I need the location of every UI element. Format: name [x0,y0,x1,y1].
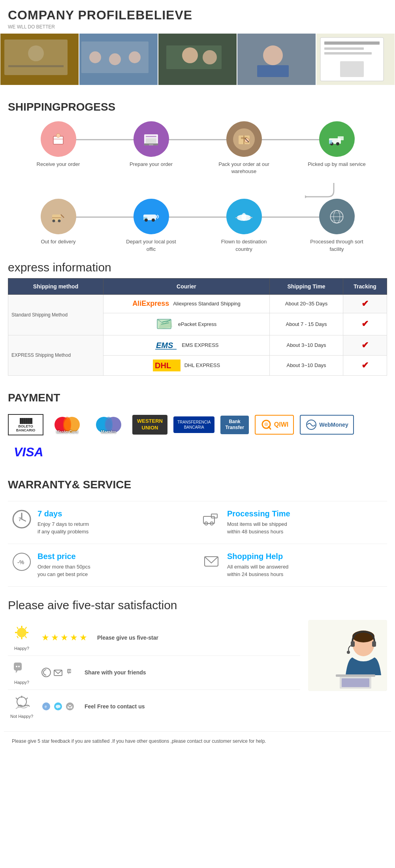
svg-point-3 [28,45,44,61]
svg-rect-59 [250,217,252,218]
svg-rect-29 [146,138,156,143]
svg-line-113 [16,698,17,699]
warranty-7days-text: Enjoy 7 days to returmif any quality pro… [38,520,89,536]
tracking-4: ✔ [343,355,387,375]
svg-line-102 [25,636,26,638]
shipping-process-section: SHIPPINGPROGESS Receive your order [0,93,395,257]
fivestar-content: Happy? ★ ★ ★ ★ ★ Please give us five-sta… [8,620,387,723]
header-courier: Courier [103,278,270,294]
method-express: EXPRESS Shipping Method [8,335,103,375]
svg-text:DHL: DHL [155,361,171,370]
row-connector [24,183,371,199]
warranty-price-highlight: Best price [38,552,90,561]
qiwi-logo: QIWI [255,415,294,435]
step-icon-2 [134,121,169,157]
svg-point-11 [182,47,198,63]
shipping-time-3: About 3~10 Days [269,335,343,355]
svg-point-50 [58,219,61,222]
method-standard: Standard Shipping Method [8,294,103,335]
western-union-logo: WESTERN UNION [132,415,167,435]
warranty-7days-highlight: 7 days [38,509,89,518]
svg-text:7: 7 [19,517,21,522]
table-row: Standard Shipping Method AliExpress Alie… [8,294,387,313]
warranty-help-highlight: Shopping Help [227,552,288,561]
dhl-courier-name: DHL EXPRESS [184,362,220,368]
footer-text: Please give 5 star feedback if you are s… [12,738,383,745]
step-icon-6 [134,199,169,234]
warranty-icon-7days: 7 [12,509,32,533]
courier-epacket: ePacket Express [103,313,270,335]
ems-logo: EMS [154,339,178,351]
epacket-courier-name: ePacket Express [178,321,217,327]
table-row: EXPRESS Shipping Method EMS EMS EXPRESS … [8,335,387,355]
svg-rect-28 [146,136,156,137]
support-image [308,620,387,691]
warranty-content-help: Shopping Help All emails will be answere… [227,552,288,578]
warranty-section: WARRANTY& SERVICE 7 7 days Enjoy 7 days … [0,471,395,595]
process-rows: Receive your order Prepare your order [0,117,395,257]
svg-line-114 [26,698,28,699]
fivestar-row-1: Happy? ★ ★ ★ ★ ★ Please give us five-sta… [8,620,300,656]
step-label-3: Pack your order at our warehouse [214,161,274,175]
warranty-processing-text: Most items will be shippedwithin 48 busi… [227,520,290,536]
svg-rect-15 [257,65,289,77]
svg-point-105 [16,666,17,667]
courier-ems: EMS EMS EXPRESS [103,335,270,355]
step-label-1: Receive your order [37,161,80,168]
step-label-8: Processed through sort facility [307,238,367,252]
svg-line-103 [25,627,26,629]
step-label-6: Depart your local post offic [122,238,181,252]
header-method: Shipping method [8,278,103,294]
svg-marker-44 [305,195,307,198]
aliexpress-courier-name: Aliexpress Standard Shipping [173,301,241,307]
maestro-text: Maestro [101,430,116,434]
svg-text:EMS: EMS [156,341,173,350]
shipping-time-4: About 3~10 Days [269,355,343,375]
svg-rect-20 [324,52,372,55]
mastercard-text: MasterCard [56,430,78,434]
check-icon-3: ✔ [361,340,369,350]
aliexpress-logo: AliExpress [132,299,169,308]
webmoney-logo: WebMoney [300,415,354,435]
warranty-content-price: Best price Order more than 50pcsyou can … [38,552,90,578]
fivestar-section: Please aive five-star satisfaction [0,595,395,731]
transferencia-logo: TRANSFERENCIA BANCARIA [173,416,214,433]
process-step-4: Picked up by mail service [307,121,367,168]
svg-rect-124 [372,641,376,647]
svg-line-104 [17,636,18,638]
ems-courier-name: EMS EXPRESS [182,342,218,348]
contact-icon-3 [65,702,75,711]
tracking-2: ✔ [343,313,387,335]
fivestar-row-3: Not Happy? e [8,690,300,723]
company-subtitle: WE WLL DO BETTER [8,24,387,30]
svg-point-111 [17,697,26,706]
svg-line-87 [22,519,26,521]
courier-dhl-wrapper: DHL DHL EXPRESS [108,360,265,371]
fivestar-title: Please aive five-star satisfaction [8,599,387,612]
svg-point-6 [89,51,101,63]
fivestar-stars: ★ ★ ★ ★ ★ [41,633,87,643]
contact-icon-2 [53,702,63,711]
shipping-time-1: About 20~35 Days [269,294,343,313]
step-icon-1 [41,121,76,157]
svg-point-7 [109,53,121,65]
svg-line-83 [269,427,271,429]
share-icon-2 [53,668,63,677]
boleto-logo: ||||||||||||| BOLETO BANCARIO [8,414,43,435]
svg-point-14 [263,45,283,65]
courier-aliexpress: AliExpress Aliexpress Standard Shipping [103,294,270,313]
share-icons [41,668,75,677]
warranty-icon-help [201,552,221,575]
company-photo-1 [0,34,79,85]
svg-point-96 [17,628,26,637]
svg-rect-128 [342,678,369,687]
bank-transfer-logo: Bank Transfer [220,416,248,434]
company-photo-2 [79,34,158,85]
payment-title: PAYMENT [8,388,387,408]
fivestar-label-3: Feel Free to contact us [85,703,145,710]
shipping-time-2: About 7 - 15 Days [269,313,343,335]
webmoney-text: WebMoney [319,422,348,428]
shipping-table: Shipping method Courier Shipping Time Tr… [8,278,387,376]
fivestar-label-1: Please give us five-star [97,635,158,641]
courier-dhl: DHL DHL EXPRESS [103,355,270,375]
